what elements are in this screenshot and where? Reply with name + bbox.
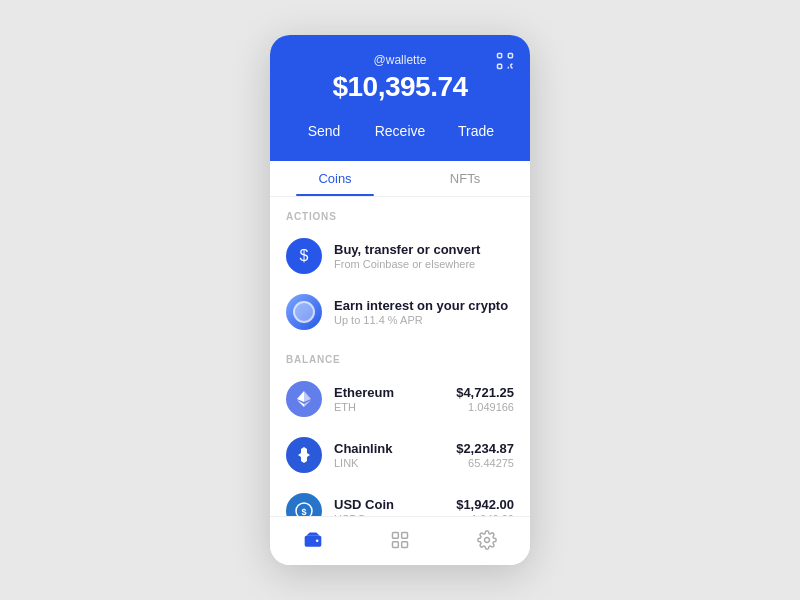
svg-line-6: [511, 67, 513, 69]
buy-transfer-subtitle: From Coinbase or elsewhere: [334, 258, 480, 270]
svg-marker-9: [297, 391, 304, 402]
grid-icon: [389, 529, 411, 551]
svg-rect-1: [508, 54, 512, 58]
link-value: $2,234.87 65.44275: [456, 441, 514, 469]
eth-name: Ethereum: [334, 385, 444, 400]
nav-apps[interactable]: [357, 525, 444, 555]
eth-symbol: ETH: [334, 401, 444, 413]
earn-interest-item[interactable]: Earn interest on your crypto Up to 11.4 …: [270, 284, 530, 340]
eth-value: $4,721.25 1.049166: [456, 385, 514, 413]
actions-section-label: ACTIONS: [270, 197, 530, 228]
tab-nfts[interactable]: NFTs: [400, 161, 530, 196]
link-name: Chainlink: [334, 441, 444, 456]
link-icon: [286, 437, 322, 473]
ethereum-item[interactable]: Ethereum ETH $4,721.25 1.049166: [270, 371, 530, 427]
svg-rect-0: [498, 54, 502, 58]
usdc-usd: $1,942.00: [456, 497, 514, 512]
buy-transfer-title: Buy, transfer or convert: [334, 242, 480, 257]
svg-rect-17: [393, 542, 399, 548]
svg-marker-8: [304, 391, 311, 402]
eth-usd: $4,721.25: [456, 385, 514, 400]
svg-point-19: [484, 538, 489, 543]
usdc-item[interactable]: $ USD Coin USDC $1,942.00 1,942.00: [270, 483, 530, 516]
svg-rect-2: [498, 64, 502, 68]
eth-icon: [286, 381, 322, 417]
buy-icon: $: [286, 238, 322, 274]
earn-interest-subtitle: Up to 11.4 % APR: [334, 314, 508, 326]
balance-section-label: BALANCE: [270, 340, 530, 371]
usdc-name: USD Coin: [334, 497, 444, 512]
nav-settings[interactable]: [443, 525, 530, 555]
earn-icon: [286, 294, 322, 330]
send-button[interactable]: Send: [286, 117, 362, 145]
svg-rect-18: [402, 542, 408, 548]
gear-icon: [476, 529, 498, 551]
svg-rect-16: [402, 533, 408, 539]
chainlink-item[interactable]: Chainlink LINK $2,234.87 65.44275: [270, 427, 530, 483]
eth-info: Ethereum ETH: [334, 385, 444, 413]
svg-rect-15: [393, 533, 399, 539]
receive-button[interactable]: Receive: [362, 117, 438, 145]
buy-transfer-text: Buy, transfer or convert From Coinbase o…: [334, 242, 480, 270]
trade-button[interactable]: Trade: [438, 117, 514, 145]
usdc-icon: $: [286, 493, 322, 516]
link-usd: $2,234.87: [456, 441, 514, 456]
eth-amount: 1.049166: [456, 401, 514, 413]
action-buttons-row: Send Receive Trade: [286, 117, 514, 145]
bottom-nav: [270, 516, 530, 565]
nav-wallet[interactable]: [270, 525, 357, 555]
earn-interest-text: Earn interest on your crypto Up to 11.4 …: [334, 298, 508, 326]
tab-bar: Coins NFTs: [270, 161, 530, 197]
tab-coins[interactable]: Coins: [270, 161, 400, 196]
earn-interest-title: Earn interest on your crypto: [334, 298, 508, 313]
header: @wallette $10,395.74 Send Receive Trade: [270, 35, 530, 161]
svg-text:$: $: [301, 507, 306, 516]
wallet-icon: [302, 529, 324, 551]
buy-transfer-item[interactable]: $ Buy, transfer or convert From Coinbase…: [270, 228, 530, 284]
link-symbol: LINK: [334, 457, 444, 469]
link-info: Chainlink LINK: [334, 441, 444, 469]
phone-frame: @wallette $10,395.74 Send Receive Trade …: [270, 35, 530, 565]
usdc-info: USD Coin USDC: [334, 497, 444, 516]
link-amount: 65.44275: [456, 457, 514, 469]
balance-display: $10,395.74: [286, 71, 514, 103]
svg-point-14: [316, 540, 319, 543]
main-content: ACTIONS $ Buy, transfer or convert From …: [270, 197, 530, 516]
username-label: @wallette: [286, 53, 514, 67]
usdc-value: $1,942.00 1,942.00: [456, 497, 514, 516]
scan-icon[interactable]: [494, 51, 516, 73]
